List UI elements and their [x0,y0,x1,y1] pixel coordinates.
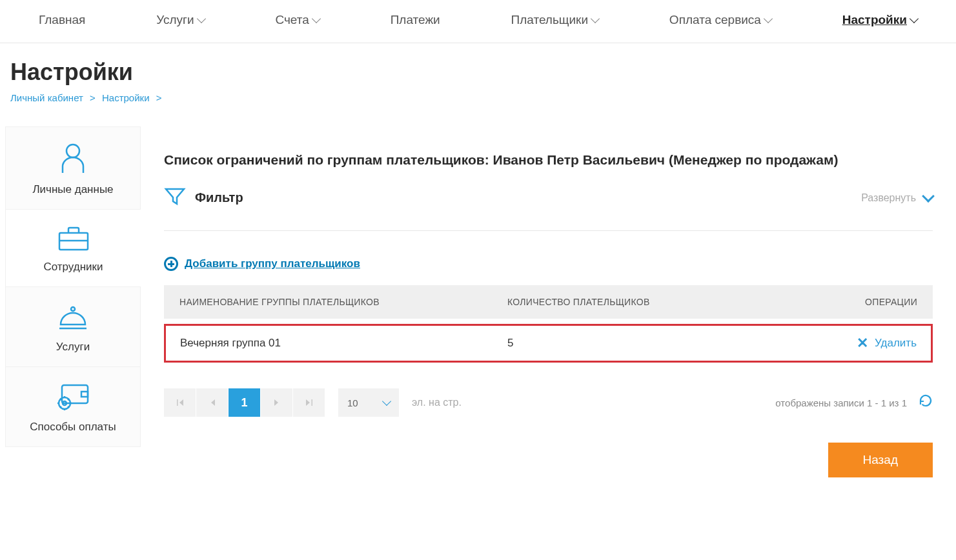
pager-last[interactable] [293,388,325,417]
filter-toggle[interactable]: Развернуть [861,192,933,204]
pager-summary: отображены записи 1 - 1 из 1 [775,397,907,408]
pager-first[interactable] [164,388,196,417]
page-size-value: 10 [347,397,358,408]
pagination: 1 10 эл. на стр. отображены записи 1 - 1… [164,388,933,417]
nav-label: Плательщики [511,13,588,27]
breadcrumb-link[interactable]: Настройки [102,92,150,103]
svg-point-0 [66,145,79,157]
filter-toggle-label: Развернуть [861,192,916,204]
filter-label: Фильтр [195,190,243,205]
payer-groups-table: НАИМЕНОВАНИЕ ГРУППЫ ПЛАТЕЛЬЩИКОВ КОЛИЧЕС… [164,285,933,363]
breadcrumb-sep: > [156,92,162,103]
pager-page-1[interactable]: 1 [229,388,261,417]
chevron-down-icon [764,14,773,23]
sidebar-item-label: Услуги [11,341,135,354]
nav-label: Настройки [842,13,907,27]
col-name: НАИМЕНОВАНИЕ ГРУППЫ ПЛАТЕЛЬЩИКОВ [179,297,507,307]
bell-icon [57,303,89,331]
top-nav: Главная Услуги Счета Платежи Плательщики… [0,0,956,43]
breadcrumb-sep: > [90,92,96,103]
add-payer-group-link[interactable]: Добавить группу плательщиков [164,257,360,271]
close-icon: ✕ [857,336,868,350]
svg-rect-3 [62,385,88,403]
sidebar-item-employees[interactable]: Сотрудники [5,210,141,287]
page-header: Настройки Личный кабинет > Настройки > [0,43,956,108]
pager-prev[interactable] [196,388,229,417]
per-page-label: эл. на стр. [412,397,462,408]
plus-circle-icon [164,257,178,271]
wallet-gear-icon [56,383,90,411]
breadcrumb: Личный кабинет > Настройки > [10,92,946,103]
pager-buttons: 1 [164,388,325,417]
nav-label: Оплата сервиса [669,13,761,27]
filter-icon [164,186,186,210]
main-content: Список ограничений по группам плательщик… [141,126,956,503]
cell-name: Вечерняя группа 01 [180,337,507,350]
sidebar-item-payment-methods[interactable]: Способы оплаты [5,367,141,447]
back-button[interactable]: Назад [828,443,933,477]
pager-next[interactable] [261,388,293,417]
sidebar-item-label: Сотрудники [11,261,136,274]
page-title: Настройки [10,59,946,86]
sidebar: Личные данные Сотрудники Услуги [0,126,141,503]
sidebar-item-label: Способы оплаты [11,421,135,434]
col-ops: ОПЕРАЦИИ [753,297,917,307]
briefcase-icon [57,225,90,251]
chevron-down-icon [591,14,600,23]
sidebar-item-label: Личные данные [11,183,135,196]
delete-button[interactable]: ✕ Удалить [753,336,917,350]
nav-payers[interactable]: Плательщики [511,13,598,27]
sidebar-item-services[interactable]: Услуги [5,287,141,367]
chevron-down-icon [922,190,935,203]
nav-label: Счета [275,13,309,27]
table-row: Вечерняя группа 01 5 ✕ Удалить [164,324,933,363]
table-header: НАИМЕНОВАНИЕ ГРУППЫ ПЛАТЕЛЬЩИКОВ КОЛИЧЕС… [164,285,933,319]
refresh-icon[interactable] [919,394,933,412]
delete-label: Удалить [875,337,917,350]
nav-label: Платежи [391,13,440,27]
nav-accounts[interactable]: Счета [275,13,319,27]
svg-point-2 [71,307,75,311]
breadcrumb-link[interactable]: Личный кабинет [10,92,83,103]
chevron-down-icon [910,14,919,23]
content-title: Список ограничений по группам плательщик… [164,152,933,168]
nav-settings[interactable]: Настройки [842,13,917,27]
nav-main[interactable]: Главная [39,13,85,27]
chevron-down-icon [197,14,206,23]
person-icon [59,143,87,174]
filter-section: Фильтр Развернуть [164,186,933,231]
nav-service-payment[interactable]: Оплата сервиса [669,13,771,27]
cell-count: 5 [507,337,753,350]
sidebar-item-personal-data[interactable]: Личные данные [5,126,141,210]
nav-label: Услуги [156,13,194,27]
chevron-down-icon [382,397,391,406]
page-size-select[interactable]: 10 [338,388,399,417]
nav-services[interactable]: Услуги [156,13,204,27]
svg-rect-4 [81,392,88,397]
add-link-label: Добавить группу плательщиков [185,257,360,270]
nav-label: Главная [39,13,85,27]
col-count: КОЛИЧЕСТВО ПЛАТЕЛЬЩИКОВ [507,297,753,307]
nav-payments[interactable]: Платежи [391,13,440,27]
chevron-down-icon [312,14,321,23]
